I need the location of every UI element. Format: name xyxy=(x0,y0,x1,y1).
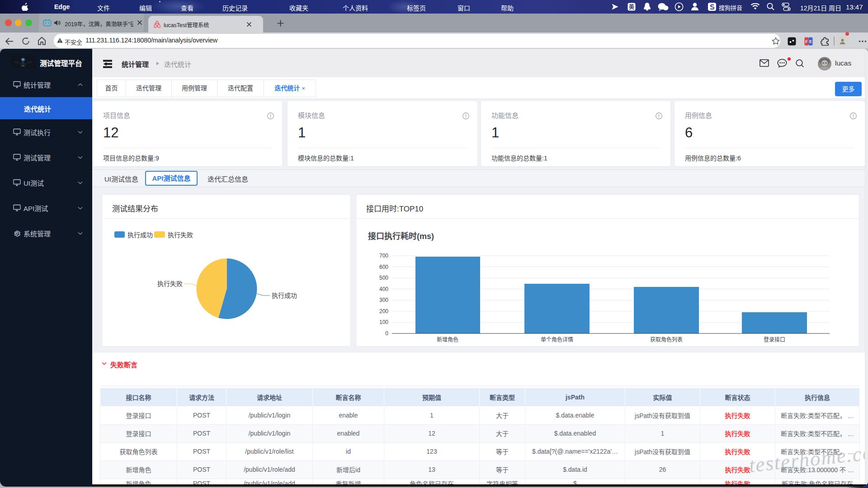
svg-text:200: 200 xyxy=(379,308,388,314)
svg-text:执行失败: 执行失败 xyxy=(168,231,193,239)
svg-text:执行成功: 执行成功 xyxy=(272,292,297,299)
svg-text:接口执行耗时(ms): 接口执行耗时(ms) xyxy=(368,231,434,241)
svg-text:英: 英 xyxy=(629,4,635,10)
svg-text:500: 500 xyxy=(379,275,388,281)
svg-text:700: 700 xyxy=(379,253,388,259)
svg-text:获取角色列表: 获取角色列表 xyxy=(650,337,683,343)
svg-text:E: E xyxy=(809,39,812,44)
svg-text:单个角色详情: 单个角色详情 xyxy=(541,336,573,343)
svg-text:F: F xyxy=(805,39,808,44)
svg-text:600: 600 xyxy=(379,264,388,270)
svg-text:执行成功: 执行成功 xyxy=(127,231,153,239)
svg-text:0: 0 xyxy=(385,330,388,337)
svg-text:新增角色: 新增角色 xyxy=(437,336,458,343)
svg-text:400: 400 xyxy=(379,286,388,292)
svg-text:100: 100 xyxy=(379,319,388,325)
svg-text:300: 300 xyxy=(379,297,388,303)
svg-text:登录接口: 登录接口 xyxy=(764,336,785,343)
svg-text:执行失败: 执行失败 xyxy=(157,280,183,287)
